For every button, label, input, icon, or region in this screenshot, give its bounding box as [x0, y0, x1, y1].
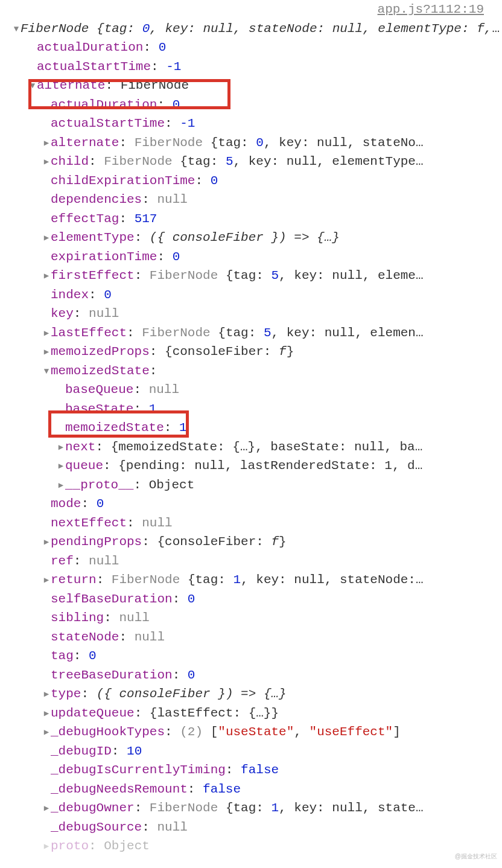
prop-row[interactable]: _debugOwner: FiberNode {tag: 1, key: nul… — [1, 799, 502, 818]
prop-row[interactable]: baseQueue: null — [1, 380, 502, 400]
toggle-closed-icon[interactable] — [42, 137, 51, 150]
toggle-open-icon[interactable] — [12, 23, 21, 36]
toggle-closed-icon[interactable] — [42, 156, 51, 168]
prop-row[interactable]: selfBaseDuration: 0 — [1, 590, 502, 609]
toggle-closed-icon[interactable] — [42, 327, 51, 340]
prop-row[interactable]: tag: 0 — [1, 646, 502, 666]
prop-row[interactable]: type: ({ consoleFiber }) => {…} — [1, 685, 502, 704]
toggle-closed-icon[interactable] — [42, 270, 51, 282]
toggle-closed-icon[interactable] — [42, 802, 51, 815]
prop-basestate[interactable]: baseState: 1 — [1, 400, 502, 419]
prop-row[interactable]: pendingProps: {consoleFiber: f} — [1, 532, 502, 552]
prop-row[interactable]: effectTag: 517 — [1, 209, 502, 229]
source-link[interactable]: app.js?1112:19 — [1, 0, 502, 19]
toggle-closed-icon[interactable] — [42, 707, 51, 720]
prop-row[interactable]: actualDuration: 0 — [1, 38, 502, 57]
prop-row[interactable]: proto: Object — [1, 837, 502, 856]
prop-row[interactable]: _debugSource: null — [1, 818, 502, 837]
prop-row[interactable]: stateNode: null — [1, 628, 502, 647]
prop-row[interactable]: key: null — [1, 304, 502, 324]
toggle-closed-icon[interactable] — [42, 232, 51, 244]
prop-row[interactable]: expirationTime: 0 — [1, 247, 502, 267]
prop-row[interactable]: nextEffect: null — [1, 514, 502, 533]
prop-row[interactable]: return: FiberNode {tag: 1, key: null, st… — [1, 570, 502, 590]
prop-row[interactable]: treeBaseDuration: 0 — [1, 666, 502, 685]
toggle-closed-icon[interactable] — [42, 726, 51, 739]
prop-row[interactable]: actualStartTime: -1 — [1, 57, 502, 77]
prop-row[interactable]: sibling: null — [1, 608, 502, 628]
prop-row[interactable]: _debugNeedsRemount: false — [1, 780, 502, 799]
prop-row[interactable]: alternate: FiberNode {tag: 0, key: null,… — [1, 133, 502, 153]
toggle-open-icon[interactable] — [42, 365, 51, 378]
toggle-closed-icon[interactable] — [42, 840, 51, 853]
toggle-closed-icon[interactable] — [57, 441, 65, 454]
toggle-closed-icon[interactable] — [42, 346, 51, 359]
prop-row[interactable]: actualDuration: 0 — [1, 95, 502, 115]
toggle-closed-icon[interactable] — [42, 536, 51, 549]
prop-row[interactable]: queue: {pending: null, lastRenderedState… — [1, 456, 502, 476]
object-summary[interactable]: FiberNode {tag: 0, key: null, stateNode:… — [1, 19, 502, 39]
prop-alternate[interactable]: alternate: FiberNode — [1, 76, 502, 95]
prop-row[interactable]: mode: 0 — [1, 494, 502, 514]
prop-row[interactable]: dependencies: null — [1, 190, 502, 209]
toggle-closed-icon[interactable] — [42, 574, 51, 587]
prop-row[interactable]: _debugHookTypes: (2) ["useState", "useEf… — [1, 723, 502, 742]
prop-row[interactable]: index: 0 — [1, 286, 502, 305]
prop-row[interactable]: child: FiberNode {tag: 5, key: null, ele… — [1, 152, 502, 171]
prop-row[interactable]: ref: null — [1, 552, 502, 571]
toggle-closed-icon[interactable] — [42, 688, 51, 701]
toggle-closed-icon[interactable] — [57, 460, 65, 473]
prop-row[interactable]: _debugIsCurrentlyTiming: false — [1, 761, 502, 780]
prop-row[interactable]: memoizedState: — [1, 362, 502, 381]
toggle-closed-icon[interactable] — [57, 479, 65, 492]
prop-row[interactable]: actualStartTime: -1 — [1, 114, 502, 133]
prop-row[interactable]: firstEffect: FiberNode {tag: 5, key: nul… — [1, 266, 502, 286]
prop-row[interactable]: updateQueue: {lastEffect: {…}} — [1, 704, 502, 723]
prop-row[interactable]: _debugID: 10 — [1, 742, 502, 761]
prop-row[interactable]: memoizedProps: {consoleFiber: f} — [1, 342, 502, 362]
watermark: @掘金技术社区 — [455, 852, 497, 856]
prop-row[interactable]: memoizedState: 1 — [1, 418, 502, 438]
prop-row[interactable]: __proto__: Object — [1, 476, 502, 495]
prop-row[interactable]: lastEffect: FiberNode {tag: 5, key: null… — [1, 324, 502, 343]
prop-row[interactable]: childExpirationTime: 0 — [1, 171, 502, 191]
toggle-open-icon[interactable] — [28, 80, 37, 92]
prop-row[interactable]: next: {memoizedState: {…}, baseState: nu… — [1, 438, 502, 457]
prop-row[interactable]: elementType: ({ consoleFiber }) => {…} — [1, 228, 502, 247]
